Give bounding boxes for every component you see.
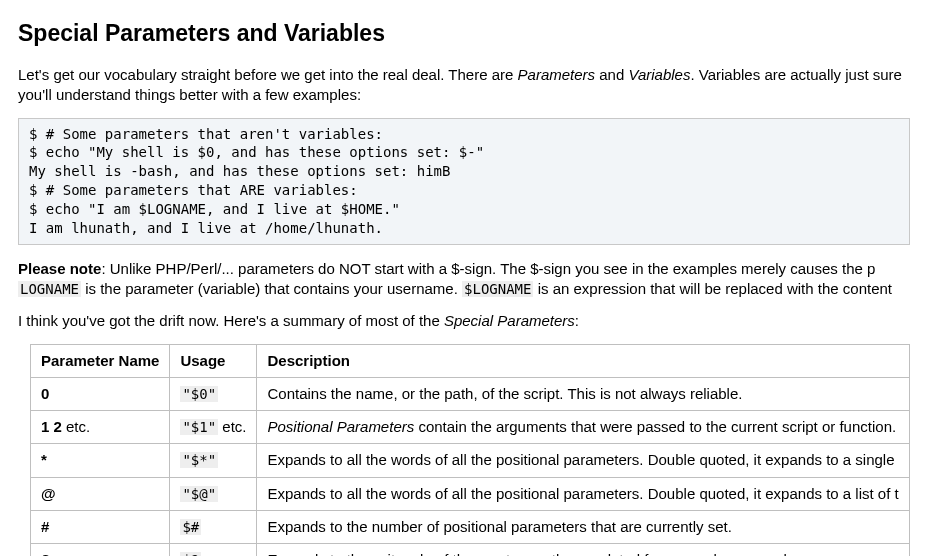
table-row: *"$*"Expands to all the words of all the… xyxy=(31,444,910,477)
param-usage-code: "$1" xyxy=(180,419,218,435)
param-usage-code: $? xyxy=(180,552,201,556)
param-name-cell: ? xyxy=(31,544,170,556)
drift-paragraph: I think you've got the drift now. Here's… xyxy=(18,311,910,331)
param-usage-cell: "$*" xyxy=(170,444,257,477)
param-usage-cell: $? xyxy=(170,544,257,556)
param-description-cell: Expands to the number of positional para… xyxy=(257,510,909,543)
table-header-name: Parameter Name xyxy=(31,344,170,377)
param-name-cell: # xyxy=(31,510,170,543)
param-usage-suffix: etc. xyxy=(218,418,246,435)
example-code-block: $ # Some parameters that aren't variable… xyxy=(18,118,910,245)
param-description-text: contain the arguments that were passed t… xyxy=(414,418,896,435)
param-description-text: Expands to the number of positional para… xyxy=(267,518,731,535)
param-usage-cell: "$0" xyxy=(170,377,257,410)
param-description-cell: Contains the name, or the path, of the s… xyxy=(257,377,909,410)
param-name: ? xyxy=(41,551,50,556)
param-usage-code: "$@" xyxy=(180,486,218,502)
table-row: 0"$0"Contains the name, or the path, of … xyxy=(31,377,910,410)
note-code-dollar-logname: $LOGNAME xyxy=(462,281,533,297)
param-description-term: Positional Parameters xyxy=(267,418,414,435)
special-parameters-table: Parameter Name Usage Description 0"$0"Co… xyxy=(30,344,910,556)
param-name-cell: 0 xyxy=(31,377,170,410)
intro-text: Let's get our vocabulary straight before… xyxy=(18,66,518,83)
intro-paragraph: Let's get our vocabulary straight before… xyxy=(18,65,910,106)
param-description-cell: Expands to all the words of all the posi… xyxy=(257,477,909,510)
param-name: * xyxy=(41,451,47,468)
intro-term-parameters: Parameters xyxy=(518,66,596,83)
param-description-text: Expands to all the words of all the posi… xyxy=(267,485,898,502)
intro-text: and xyxy=(595,66,628,83)
drift-text: : xyxy=(575,312,579,329)
param-name: @ xyxy=(41,485,56,502)
param-name-cell: 1 2 etc. xyxy=(31,411,170,444)
page-heading: Special Parameters and Variables xyxy=(18,18,910,49)
param-name-cell: @ xyxy=(31,477,170,510)
param-usage-code: "$*" xyxy=(180,452,218,468)
note-label: Please note xyxy=(18,260,101,277)
param-usage-cell: "$@" xyxy=(170,477,257,510)
param-description-cell: Expands to the exit code of the most rec… xyxy=(257,544,909,556)
param-name: 0 xyxy=(41,385,49,402)
note-paragraph: Please note: Unlike PHP/Perl/... paramet… xyxy=(18,259,910,300)
note-text: is an expression that will be replaced w… xyxy=(533,280,892,297)
table-header-description: Description xyxy=(257,344,909,377)
table-row: #$#Expands to the number of positional p… xyxy=(31,510,910,543)
param-description-text: Expands to all the words of all the posi… xyxy=(267,451,894,468)
note-text: is the parameter (variable) that contain… xyxy=(81,280,462,297)
param-description-cell: Positional Parameters contain the argume… xyxy=(257,411,909,444)
param-name-suffix: etc. xyxy=(62,418,90,435)
intro-term-variables: Variables xyxy=(628,66,690,83)
param-description-text: Contains the name, or the path, of the s… xyxy=(267,385,742,402)
param-description-cell: Expands to all the words of all the posi… xyxy=(257,444,909,477)
note-code-logname: LOGNAME xyxy=(18,281,81,297)
drift-term: Special Parameters xyxy=(444,312,575,329)
note-text: : Unlike PHP/Perl/... parameters do NOT … xyxy=(101,260,875,277)
table-row: @"$@"Expands to all the words of all the… xyxy=(31,477,910,510)
param-name: # xyxy=(41,518,49,535)
param-name-cell: * xyxy=(31,444,170,477)
param-usage-code: "$0" xyxy=(180,386,218,402)
table-row: 1 2 etc."$1" etc.Positional Parameters c… xyxy=(31,411,910,444)
table-header-usage: Usage xyxy=(170,344,257,377)
param-usage-cell: $# xyxy=(170,510,257,543)
param-description-text: Expands to the exit code of the most rec… xyxy=(267,551,791,556)
param-usage-cell: "$1" etc. xyxy=(170,411,257,444)
drift-text: I think you've got the drift now. Here's… xyxy=(18,312,444,329)
param-usage-code: $# xyxy=(180,519,201,535)
table-row: ?$?Expands to the exit code of the most … xyxy=(31,544,910,556)
param-name: 1 2 xyxy=(41,418,62,435)
